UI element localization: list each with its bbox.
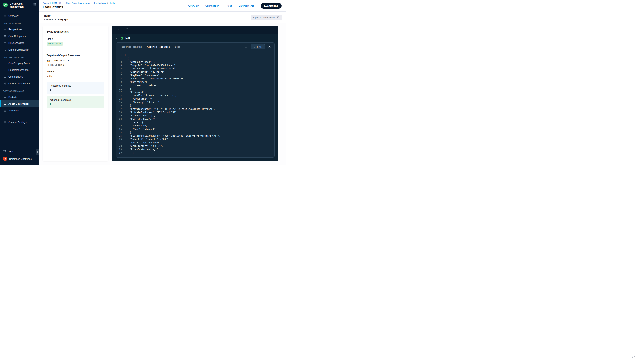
- line-number: 23: [116, 128, 125, 131]
- user-name: Rajarshee Chatterjee: [9, 158, 32, 160]
- sidebar-item-anomalies[interactable]: Anomalies: [0, 107, 39, 114]
- code-line: 30 {: [116, 151, 274, 154]
- line-content: "InstanceId": "i-00512145e7372325d",: [125, 67, 178, 70]
- module-nav: OverviewOptimizationRulesEnforcementsEva…: [188, 0, 281, 12]
- tab-logs[interactable]: Logs: [175, 43, 180, 51]
- sidebar-item-bi-dashboards[interactable]: BI Dashboards: [0, 40, 39, 46]
- chevron-left-icon: [36, 151, 38, 153]
- resource-json-card: Resources IdentifiedActioned ResourcesLo…: [116, 42, 274, 158]
- code-line: 28 "Architecture": "x86_64",: [116, 144, 274, 148]
- target-region: Region: us-east-2: [47, 64, 104, 66]
- stat-resources-identified: Resources Identified1: [47, 82, 104, 94]
- subheader: hello Evaluated at: 1 day ago Open in Ru…: [39, 12, 286, 23]
- search-icon[interactable]: [245, 46, 248, 48]
- line-content: "AvailabilityZone": "us-east-2c",: [125, 94, 176, 97]
- gear-icon: [4, 120, 7, 124]
- anomaly-icon: [4, 109, 7, 112]
- filter-button[interactable]: Filter: [251, 44, 265, 50]
- section-label-cost-governance: COST GOVERNANCE: [0, 87, 39, 94]
- breadcrumb-link-evaluations[interactable]: Evaluations: [94, 2, 106, 4]
- fullscreen-icon[interactable]: [125, 28, 128, 31]
- code-line: 23 "Name": "stopped": [116, 128, 274, 131]
- user-menu[interactable]: RC Rajarshee Chatterjee: [0, 155, 39, 163]
- line-number: 14: [116, 97, 125, 100]
- nav-enforcements[interactable]: Enforcements: [239, 4, 254, 7]
- status-badge: SUCCESSFUL: [47, 42, 63, 46]
- sidebar-item-perspectives[interactable]: Perspectives: [0, 26, 39, 33]
- main: Account: CCM-NGCloud Asset GovernanceEva…: [39, 0, 286, 165]
- target-resources-label: Target and Output Resources: [47, 54, 104, 56]
- sidebar-item-overview[interactable]: Overview: [0, 12, 39, 19]
- line-number: 21: [116, 121, 125, 124]
- divider: [47, 50, 104, 50]
- json-code-viewer[interactable]: 1[2 {3 "AmiLaunchIndex": 0,4 "ImageId": …: [116, 51, 274, 157]
- nav-overview[interactable]: Overview: [188, 4, 199, 7]
- tab-actioned-resources[interactable]: Actioned Resources: [147, 43, 170, 51]
- code-line: 19 "ProductCodes": [],: [116, 114, 274, 117]
- tab-resources-identified[interactable]: Resources Identified: [120, 43, 142, 51]
- line-number: 24: [116, 131, 125, 134]
- code-line: 24 },: [116, 131, 274, 134]
- external-link-icon: [277, 16, 279, 18]
- collapse-chevron-up-icon[interactable]: [116, 37, 119, 39]
- line-content: "VpcId": "vpc-bb845bd0",: [125, 141, 162, 144]
- sidebar: Cloud Cost Management OverviewCOST REPOR…: [0, 0, 39, 165]
- line-number: 27: [116, 141, 125, 144]
- sidebar-item-cost-categories[interactable]: Cost Categories: [0, 33, 39, 40]
- download-icon[interactable]: [117, 28, 120, 31]
- line-content: "Code": 80,: [125, 124, 147, 128]
- breadcrumb-link-account-ccm-ng[interactable]: Account: CCM-NG: [43, 2, 61, 4]
- viewer-toolbar: [112, 26, 278, 34]
- sidebar-item-budgets[interactable]: Budgets: [0, 94, 39, 100]
- code-line: 10 "State": "disabled": [116, 84, 274, 87]
- line-content: "PublicDnsName": "",: [125, 118, 156, 121]
- sidebar-item-account-settings[interactable]: Account Settings: [0, 119, 39, 126]
- sidebar-collapse-button[interactable]: [36, 149, 39, 155]
- sidebar-item-autostopping-rules[interactable]: AutoStopping Rules: [0, 60, 39, 66]
- app-switcher-icon[interactable]: [33, 2, 36, 6]
- line-content: "State": "disabled": [125, 84, 158, 87]
- sidebar-item-label: Budgets: [9, 96, 17, 98]
- code-line: 15 "Tenancy": "default": [116, 100, 274, 104]
- sidebar-item-label: Cluster Orchestrator: [9, 82, 30, 85]
- stat-value: 1: [50, 88, 101, 92]
- breadcrumb-separator-icon: [107, 2, 109, 4]
- nav-optimization[interactable]: Optimization: [205, 4, 219, 7]
- help-button[interactable]: Help: [0, 148, 39, 155]
- line-number: 10: [116, 84, 125, 87]
- sidebar-item-commitments[interactable]: Commitments: [0, 73, 39, 80]
- line-number: 25: [116, 134, 125, 138]
- evaluation-viewer: hello Resources IdentifiedActioned Resou…: [112, 26, 278, 161]
- line-content: [: [125, 54, 126, 57]
- code-line: 29 "BlockDeviceMappings": [: [116, 148, 274, 151]
- code-line: 21 "State": {: [116, 121, 274, 124]
- line-content: "StateTransitionReason": "User initiated…: [125, 134, 220, 138]
- line-number: 18: [116, 111, 125, 114]
- status-label: Status: [47, 38, 104, 40]
- breadcrumb-link-cloud-asset-governance[interactable]: Cloud Asset Governance: [65, 2, 90, 4]
- help-chat-icon: [3, 150, 6, 153]
- sidebar-item-recommendations[interactable]: Recommendations: [0, 66, 39, 73]
- line-number: 26: [116, 138, 125, 141]
- copy-icon[interactable]: [268, 46, 271, 48]
- line-number: 17: [116, 107, 125, 111]
- sidebar-item-label: BI Dashboards: [9, 42, 24, 44]
- sidebar-item-label: Asset Governance: [9, 102, 30, 105]
- evaluated-at-value: 1 day ago: [58, 18, 68, 21]
- percent-icon: [4, 48, 7, 51]
- sidebar-item-margin-obfuscation[interactable]: Margin Obfuscation: [0, 46, 39, 53]
- nav-rules[interactable]: Rules: [226, 4, 232, 7]
- code-line: 6 "InstanceType": "t2.micro",: [116, 70, 274, 74]
- sidebar-item-cluster-orchestrator[interactable]: Cluster Orchestrator: [0, 80, 39, 87]
- open-rule-editor-button[interactable]: Open in Rule Editor: [251, 14, 282, 20]
- sidebar-item-asset-governance[interactable]: Asset Governance: [0, 100, 39, 107]
- nav-evaluations[interactable]: Evaluations: [261, 3, 281, 9]
- cluster-icon: [4, 82, 7, 85]
- line-content: },: [125, 104, 133, 107]
- line-number: 2: [116, 57, 125, 60]
- sidebar-item-label: Recommendations: [9, 68, 28, 71]
- breadcrumb-link-hello[interactable]: hello: [110, 2, 115, 4]
- line-number: 13: [116, 94, 125, 97]
- breadcrumb-separator-icon: [62, 2, 64, 4]
- line-number: 28: [116, 144, 125, 148]
